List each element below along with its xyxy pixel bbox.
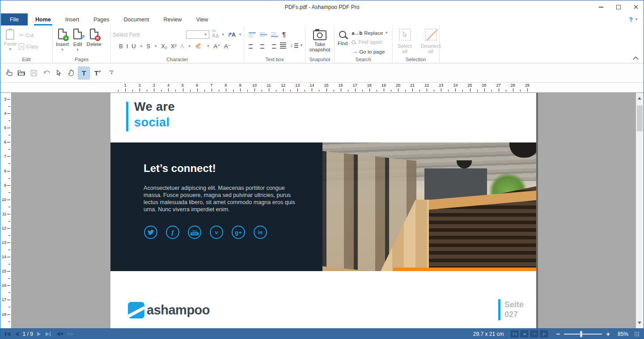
underline-caret[interactable]: ▼ <box>140 45 143 48</box>
minimize-button[interactable] <box>598 4 604 10</box>
subscript-button[interactable]: X₂ <box>161 43 167 50</box>
paste-dropdown-caret: ▼ <box>8 48 12 51</box>
paragraph-marks-icon[interactable]: ¶ <box>282 31 286 38</box>
insert-dropdown-caret[interactable]: ▼ <box>60 48 64 52</box>
hand-pointer-tool-button[interactable] <box>3 67 14 79</box>
pdf-page[interactable]: We are social Let’s connect! Aconsectetu… <box>110 93 536 328</box>
quick-toolbar: T T＋ ▼ <box>0 63 644 82</box>
help-icon[interactable]: ? <box>629 16 633 23</box>
strikethrough-caret[interactable]: ▼ <box>154 45 157 48</box>
underline-button[interactable]: U <box>131 43 136 50</box>
fit-page-button[interactable]: ≡ <box>530 331 538 337</box>
tab-view[interactable]: View <box>189 13 215 25</box>
cut-button[interactable]: ✂ Cut <box>18 31 39 39</box>
delete-page-button[interactable]: ✕ Delete <box>85 28 103 48</box>
previous-view-button[interactable] <box>56 332 63 336</box>
edit-page-button[interactable]: ✎ Edit ▼ <box>72 28 84 53</box>
document-area: 3456789101112131415161718 We are social … <box>0 93 644 328</box>
change-case-caret[interactable]: ▼ <box>221 33 225 37</box>
previous-page-button[interactable] <box>15 332 19 336</box>
last-page-button[interactable] <box>46 332 51 336</box>
font-size-combobox[interactable]: ▼ <box>186 30 209 39</box>
select-tool-button[interactable] <box>53 67 64 79</box>
ribbon-group-character: Select Font ▼ Aa ▼ ↱A ▼ B I U ▼ S ▼ X₂ X… <box>111 25 244 63</box>
justify-icon[interactable] <box>280 42 286 49</box>
open-file-button[interactable] <box>16 67 27 79</box>
add-text-tool-button[interactable]: T＋ <box>91 67 102 79</box>
shrink-font-button[interactable]: A⁻ <box>224 43 231 50</box>
align-text-bottom-icon[interactable] <box>271 31 278 38</box>
tab-document[interactable]: Document <box>117 13 156 25</box>
connect-heading[interactable]: Let’s connect! <box>144 162 216 175</box>
tab-review[interactable]: Review <box>157 13 188 25</box>
italic-button[interactable]: I <box>127 43 128 50</box>
take-snapshot-button[interactable]: Take snapshot <box>306 28 333 53</box>
tab-pages[interactable]: Pages <box>87 13 116 25</box>
pan-tool-button[interactable] <box>66 67 77 79</box>
align-text-middle-icon[interactable] <box>260 31 267 38</box>
align-left-icon[interactable] <box>249 42 255 49</box>
scroll-up-arrow[interactable] <box>638 97 641 100</box>
font-color-button[interactable]: A <box>180 43 184 50</box>
text-direction-icon[interactable]: ↱A <box>228 31 236 38</box>
resize-grip[interactable] <box>634 331 639 336</box>
scroll-down-arrow[interactable] <box>638 322 641 324</box>
continuous-view-button[interactable]: |≡ <box>540 331 548 337</box>
deselect-all-button[interactable]: Deselect all <box>419 28 443 55</box>
grow-font-button[interactable]: A⁺ <box>213 43 220 50</box>
camera-icon <box>313 30 326 40</box>
undo-button[interactable] <box>41 67 52 79</box>
zoom-slider[interactable] <box>564 334 602 335</box>
go-to-page-button[interactable]: → Go to page <box>351 48 389 55</box>
replace-caret[interactable]: ▼ <box>385 31 388 35</box>
vertical-scrollbar[interactable] <box>636 93 644 328</box>
fit-width-button[interactable]: ◂▸ <box>521 331 528 337</box>
superscript-button[interactable]: X² <box>171 43 177 50</box>
select-all-button[interactable]: Select all <box>394 28 415 55</box>
collapse-ribbon-button[interactable] <box>634 56 637 59</box>
connect-body-text[interactable]: Aconsectetuer adipiscing elit. Maecenas … <box>144 184 297 213</box>
footer-page-label[interactable]: Seite 027 <box>504 300 524 319</box>
change-case-icon[interactable]: Aa <box>212 31 219 39</box>
next-view-button[interactable] <box>67 332 74 336</box>
close-button[interactable]: ✕ <box>633 4 639 10</box>
save-button[interactable] <box>28 67 39 79</box>
zoom-out-button[interactable]: − <box>556 331 560 337</box>
page-heading-line1[interactable]: We are <box>134 100 175 114</box>
scrollbar-thumb[interactable] <box>637 105 643 131</box>
actual-size-button[interactable]: 1:1 <box>511 331 518 337</box>
edit-text-tool-button[interactable]: T <box>78 67 89 79</box>
edit-dropdown-caret[interactable]: ▼ <box>76 48 80 52</box>
insert-page-button[interactable]: + Insert ▼ <box>55 28 70 53</box>
find-again-button[interactable]: Find again <box>351 39 389 45</box>
align-right-icon[interactable] <box>270 42 276 49</box>
page-heading-line2[interactable]: social <box>134 116 170 130</box>
strikethrough-button[interactable]: S <box>147 43 151 50</box>
toolbar-options-button[interactable]: ▼ <box>106 67 117 79</box>
font-color-caret[interactable]: ▼ <box>188 45 191 48</box>
help-dropdown-caret[interactable]: ▼ <box>635 18 638 21</box>
maximize-button[interactable] <box>615 4 622 10</box>
file-menu-button[interactable]: File <box>1 13 28 25</box>
zoom-slider-handle[interactable] <box>580 331 582 337</box>
copy-icon <box>19 43 24 50</box>
footer-brand-text[interactable]: ashampoo <box>147 303 210 318</box>
next-page-button[interactable] <box>37 332 41 336</box>
align-text-top-icon[interactable] <box>249 31 256 38</box>
zoom-in-button[interactable]: + <box>606 331 610 337</box>
find-button[interactable]: Find <box>336 28 349 47</box>
highlight-icon[interactable]: ab <box>195 43 203 50</box>
first-page-button[interactable] <box>5 332 10 336</box>
paste-button[interactable]: Paste ▼ <box>2 28 18 52</box>
align-center-icon[interactable] <box>259 42 265 49</box>
bold-button[interactable]: B <box>119 43 123 50</box>
footer-accent-bar <box>498 299 500 320</box>
dark-panel: Let’s connect! Aconsectetuer adipiscing … <box>110 142 536 271</box>
replace-button[interactable]: a→b Replace ▼ <box>351 30 389 36</box>
line-spacing-icon[interactable]: ↕ ▼ <box>290 42 303 49</box>
text-direction-caret[interactable]: ▼ <box>238 33 242 37</box>
tab-home[interactable]: Home <box>29 13 58 25</box>
copy-button[interactable]: Copy <box>18 43 39 50</box>
tab-insert[interactable]: Insert <box>59 13 86 25</box>
highlight-caret[interactable]: ▼ <box>207 45 210 48</box>
